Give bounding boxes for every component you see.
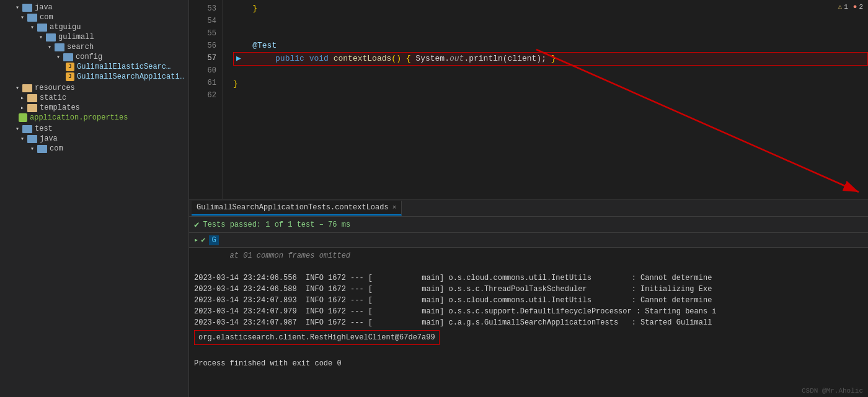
code-line-54 (233, 15, 868, 27)
code-line-56: @Test (233, 40, 868, 52)
folder-icon (55, 43, 64, 51)
folder-icon (27, 135, 37, 143)
code-line-62 (233, 90, 868, 103)
chevron-icon: ▾ (19, 14, 26, 21)
code-line-60 (233, 66, 868, 78)
sidebar-item-label: com (40, 13, 53, 22)
sidebar-item-gulimall[interactable]: ▾ gulimall (0, 32, 188, 42)
sidebar-item-java-test[interactable]: ▾ java (0, 134, 188, 144)
sidebar-item-elastic-search-file[interactable]: J GulimallElasticSearc… (0, 62, 188, 72)
folder-icon (37, 24, 47, 32)
sidebar-item-com[interactable]: ▾ com (0, 12, 188, 22)
sidebar-item-label: config (76, 53, 102, 61)
code-editor: 53 54 55 56 57 60 61 62 } (189, 0, 868, 199)
chevron-icon: ▾ (19, 135, 26, 142)
folder-icon (63, 53, 73, 61)
test-item-label: G (209, 235, 218, 245)
sidebar-item-search-app-file[interactable]: J GulimallSearchApplicati… (0, 72, 188, 82)
sidebar-item-label: resources (35, 84, 75, 92)
sidebar-item-resources[interactable]: ▾ resources (0, 83, 188, 93)
warning-count: ⚠ 1 (838, 2, 848, 11)
sidebar-item-label: GulimallElasticSearc… (77, 63, 170, 71)
sidebar-item-label: test (35, 124, 53, 133)
watermark-label: CSDN @Mr.Aholic (802, 387, 863, 395)
code-view: 53 54 55 56 57 60 61 62 } (189, 0, 868, 199)
test-results-bar: ✔ Tests passed: 1 of 1 test – 76 ms (189, 217, 868, 233)
code-line-53: } (233, 2, 868, 15)
console-line-3: 2023-03-14 23:24:07.893 INFO 1672 --- [ … (194, 295, 863, 306)
sidebar-item-config[interactable]: ▾ config (0, 52, 188, 62)
test-result-label: Tests passed: 1 of 1 test – 76 ms (203, 220, 350, 229)
sidebar-item-label: java (40, 134, 58, 143)
sidebar-item-label: gulimall (58, 33, 94, 41)
sidebar-item-java[interactable]: ▾ java (0, 2, 188, 12)
props-file-icon (19, 113, 27, 122)
sidebar: ▾ java ▾ com ▾ atguigu ▾ gulimall (0, 0, 189, 397)
sidebar-item-templates[interactable]: ▸ templates (0, 103, 188, 113)
error-number: 2 (859, 3, 863, 11)
console-line-1: 2023-03-14 23:24:06.556 INFO 1672 --- [ … (194, 273, 863, 284)
warning-icon: ⚠ (838, 2, 843, 11)
folder-icon (22, 125, 32, 133)
folder-icon (37, 145, 47, 153)
console-line-blank1 (194, 261, 863, 273)
warning-badges: ⚠ 1 ● 2 (838, 2, 863, 11)
sidebar-item-search[interactable]: ▾ search (0, 42, 188, 52)
test-pass-small-icon: ✔ (201, 235, 205, 245)
sidebar-item-label: atguigu (50, 23, 81, 32)
expand-chevron: ▸ (194, 235, 198, 245)
error-count: ● 2 (853, 3, 863, 11)
sidebar-item-label: GulimallSearchApplicati… (77, 72, 184, 81)
console-line-omitted: at 01 common frames omitted (194, 250, 863, 261)
code-line-57: ▶ public void contextLoads() { System.ou… (233, 52, 868, 66)
chevron-icon: ▸ (19, 94, 26, 102)
line-numbers: 53 54 55 56 57 60 61 62 (189, 0, 223, 199)
code-line-61: } (233, 78, 868, 90)
tab-close-button[interactable]: × (392, 204, 397, 211)
console-highlight-text: org.elasticsearch.client.RestHighLevelCl… (198, 333, 435, 342)
chevron-icon: ▾ (29, 145, 36, 152)
chevron-icon: ▾ (46, 43, 53, 51)
chevron-icon: ▾ (14, 4, 21, 11)
error-icon: ● (853, 3, 857, 11)
bottom-tabs-bar: GulimallSearchApplicationTests.contextLo… (189, 199, 868, 217)
chevron-icon: ▾ (29, 24, 36, 31)
sidebar-item-label: search (67, 43, 94, 51)
sidebar-item-atguigu[interactable]: ▾ atguigu (0, 22, 188, 32)
folder-icon (27, 14, 37, 22)
console-line-5: 2023-03-14 23:24:07.987 INFO 1672 --- [ … (194, 317, 863, 328)
chevron-icon: ▾ (55, 53, 62, 61)
code-line-55 (233, 27, 868, 40)
folder-icon-yellow (27, 104, 37, 112)
sidebar-item-label: templates (40, 103, 80, 112)
console-highlight-box: org.elasticsearch.client.RestHighLevelCl… (194, 330, 440, 345)
java-file-icon: J (66, 72, 74, 81)
folder-icon-yellow (22, 84, 32, 92)
code-lines: } @Test ▶ public void contextLo (223, 0, 868, 199)
file-tree: ▾ java ▾ com ▾ atguigu ▾ gulimall (0, 0, 188, 397)
sidebar-item-label: com (50, 144, 63, 153)
sidebar-item-label: static (40, 94, 66, 102)
sidebar-item-test[interactable]: ▾ test (0, 124, 188, 134)
console-line-2: 2023-03-14 23:24:06.588 INFO 1672 --- [ … (194, 284, 863, 295)
test-pass-icon: ✔ (194, 219, 199, 230)
test-item-row[interactable]: ▸ ✔ G (189, 233, 868, 248)
sidebar-item-com-test[interactable]: ▾ com (0, 144, 188, 154)
console-line-4: 2023-03-14 23:24:07.979 INFO 1672 --- [ … (194, 306, 863, 317)
folder-icon (22, 4, 32, 12)
chevron-icon: ▾ (14, 84, 21, 92)
chevron-icon: ▸ (19, 104, 26, 111)
chevron-icon: ▾ (14, 125, 21, 133)
console-line-blank2 (194, 347, 863, 358)
folder-icon-yellow (27, 94, 37, 102)
sidebar-item-application-props[interactable]: application.properties (0, 113, 188, 123)
sidebar-item-static[interactable]: ▸ static (0, 93, 188, 103)
folder-icon (46, 33, 56, 41)
test-result-tab[interactable]: GulimallSearchApplicationTests.contextLo… (192, 201, 402, 216)
java-file-icon: J (66, 63, 74, 71)
bottom-panel: GulimallSearchApplicationTests.contextLo… (189, 199, 868, 397)
warning-number: 1 (844, 3, 848, 11)
main-layout: ▾ java ▾ com ▾ atguigu ▾ gulimall (0, 0, 868, 397)
sidebar-item-label: java (35, 3, 53, 12)
console-output[interactable]: at 01 common frames omitted 2023-03-14 2… (189, 248, 868, 397)
